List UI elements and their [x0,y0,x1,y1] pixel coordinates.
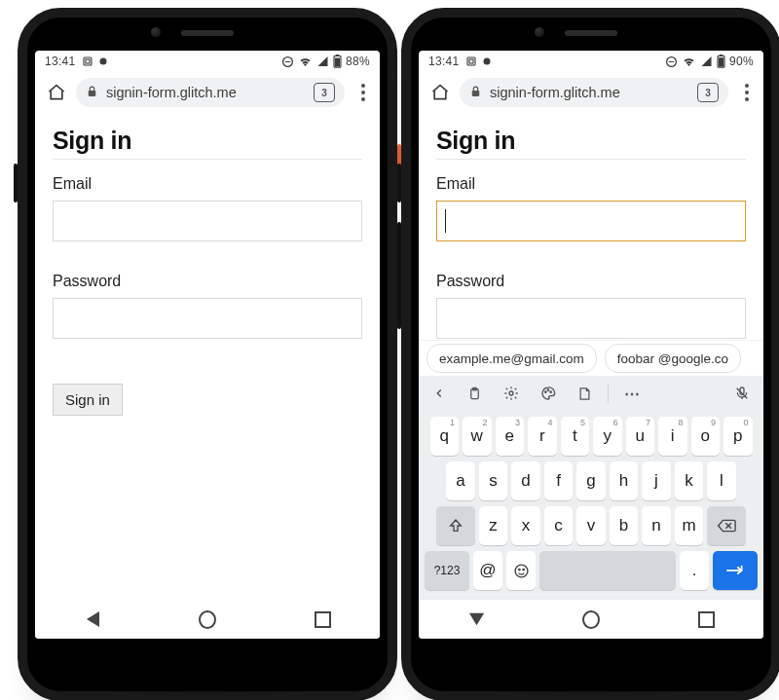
key-r[interactable]: r4 [528,417,557,456]
tab-count-badge[interactable]: 3 [697,83,719,102]
url-text: signin-form.glitch.me [490,85,689,100]
mic-off-icon[interactable] [734,386,750,401]
signal-icon [700,55,713,67]
period-key[interactable]: . [680,551,709,590]
key-c[interactable]: c [544,506,574,545]
key-x[interactable]: x [511,506,540,545]
status-time: 13:41 [428,55,460,68]
tab-count-badge[interactable]: 3 [314,83,335,102]
home-icon[interactable] [430,83,450,102]
space-key[interactable] [539,551,676,590]
address-bar[interactable]: signin-form.glitch.me 3 [76,78,345,107]
status-bar: 13:41 [35,51,380,72]
keyboard-row-1: q1w2e3r4t5y6u7i8o9p0 [423,417,760,456]
password-label: Password [53,273,362,290]
status-time: 13:41 [45,55,76,68]
screenshot-icon [465,55,477,67]
page-title: Sign in [53,127,362,155]
enter-key[interactable] [713,551,758,590]
signin-button[interactable]: Sign in [53,384,123,416]
svg-rect-16 [719,57,723,66]
status-bar: 13:41 [419,51,763,72]
nav-recent-icon[interactable] [314,610,331,628]
backspace-key[interactable] [707,506,746,545]
key-w[interactable]: w2 [463,417,492,456]
emoji-key[interactable] [506,551,536,590]
side-button[interactable] [397,164,401,203]
nav-recent-icon[interactable] [697,610,715,628]
keyboard-row-bottom: ?123 @ . [423,551,760,590]
password-field[interactable] [436,298,746,339]
svg-rect-1 [86,59,90,63]
battery-text: 88% [346,55,370,68]
key-h[interactable]: h [610,461,639,500]
signal-icon [316,55,329,67]
svg-rect-17 [472,90,480,95]
key-i[interactable]: i8 [658,417,687,456]
android-nav-bar [419,600,763,639]
shift-key[interactable] [436,506,475,545]
key-j[interactable]: j [642,461,671,500]
svg-point-22 [547,389,548,390]
email-label: Email [436,175,746,193]
key-s[interactable]: s [479,461,508,500]
key-p[interactable]: p0 [723,417,753,456]
key-y[interactable]: y6 [593,417,622,456]
nav-back-icon[interactable] [84,610,101,628]
key-d[interactable]: d [511,461,540,500]
more-menu-icon[interactable] [738,84,756,101]
key-o[interactable]: o9 [691,417,721,456]
svg-rect-8 [89,90,96,95]
autofill-chip[interactable]: example.me@gmail.com [427,344,597,373]
key-q[interactable]: q1 [430,417,460,456]
browser-toolbar: signin-form.glitch.me 3 [419,72,763,113]
symbols-key[interactable]: ?123 [425,551,469,590]
nav-home-icon[interactable] [199,610,216,628]
key-n[interactable]: n [642,506,671,545]
svg-rect-7 [335,58,340,67]
svg-point-23 [550,391,551,392]
email-field[interactable] [53,201,362,241]
key-t[interactable]: t5 [561,417,590,456]
key-e[interactable]: e3 [496,417,525,456]
clipboard-icon[interactable] [467,387,482,401]
key-g[interactable]: g [576,461,606,500]
autofill-chip[interactable]: foobar @google.co [605,344,741,373]
wifi-icon [682,55,696,67]
phone-right: 13:41 [401,8,779,700]
password-label: Password [436,273,746,290]
email-label: Email [53,175,362,193]
tag-icon [97,55,109,67]
key-v[interactable]: v [576,506,606,545]
key-k[interactable]: k [675,461,704,500]
svg-point-30 [522,569,523,570]
password-field[interactable] [53,298,362,339]
keyboard-row-3: zxcvbnm [423,506,760,545]
home-icon[interactable] [47,83,66,102]
palette-icon[interactable] [540,386,556,401]
email-field[interactable] [436,201,746,241]
more-icon[interactable]: ⋯ [624,385,642,403]
screen: 13:41 [35,51,380,639]
key-z[interactable]: z [479,506,508,545]
dnd-icon [281,55,294,68]
address-bar[interactable]: signin-form.glitch.me 3 [460,78,728,107]
kb-collapse-icon[interactable] [432,387,446,400]
key-b[interactable]: b [610,506,639,545]
sticker-icon[interactable] [577,387,592,401]
nav-hide-keyboard-icon[interactable] [467,610,485,628]
side-button[interactable] [14,164,18,203]
svg-point-28 [515,565,528,577]
divider [436,159,746,160]
at-key[interactable]: @ [473,551,502,590]
key-l[interactable]: l [707,461,736,500]
key-f[interactable]: f [544,461,574,500]
autofill-suggestion-strip: example.me@gmail.com foobar @google.co [419,341,763,376]
key-u[interactable]: u7 [626,417,655,456]
key-m[interactable]: m [675,506,704,545]
gear-icon[interactable] [503,386,519,401]
more-menu-icon[interactable] [354,84,372,101]
nav-home-icon[interactable] [582,610,600,628]
keyboard-row-2: asdfghjkl [423,461,760,500]
key-a[interactable]: a [446,461,475,500]
